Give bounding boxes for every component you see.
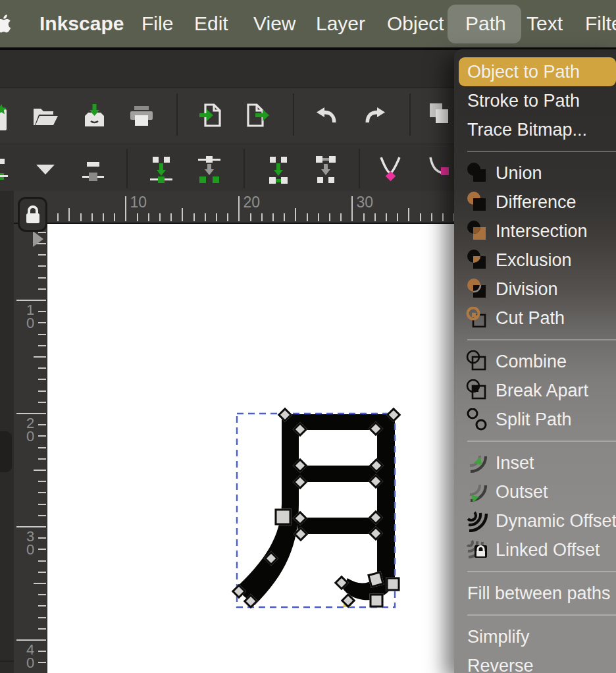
ruler-tick — [38, 572, 46, 573]
ruler-tick — [38, 617, 46, 618]
menu-item-cut-path[interactable]: Cut Path — [454, 304, 616, 333]
menu-item-fill-between-paths[interactable]: Fill between paths — [454, 579, 616, 608]
menu-item-intersection[interactable]: Intersection — [454, 217, 616, 246]
menu-item-simplify[interactable]: Simplify — [454, 622, 616, 651]
menubar-item-filters[interactable]: Filters — [585, 0, 616, 47]
ruler-tick — [38, 560, 46, 562]
menu-item-label: Fill between paths — [467, 583, 611, 604]
toolbar-separator — [176, 94, 178, 136]
menu-separator — [454, 333, 616, 347]
snap-nodes-apart-icon[interactable] — [314, 155, 338, 184]
menu-item-combine[interactable]: Combine — [454, 347, 616, 376]
export-icon[interactable] — [246, 103, 270, 127]
ruler-tick — [38, 334, 46, 335]
snap-partial-icon[interactable] — [0, 157, 8, 181]
ruler-tick — [182, 208, 183, 221]
path-node-square[interactable] — [386, 578, 400, 591]
ruler-tick — [38, 379, 46, 380]
undo-icon[interactable] — [317, 107, 336, 124]
menu-item-label: Object to Path — [467, 62, 580, 82]
snap-nodes-together-icon[interactable] — [267, 155, 290, 184]
glyph-inner-bar-1[interactable] — [297, 466, 378, 482]
ruler-label: 0 — [22, 543, 38, 556]
ruler-label: 0 — [22, 656, 38, 670]
menubar-item-path[interactable]: Path — [465, 0, 506, 47]
menu-item-reverse[interactable]: Reverse — [454, 651, 616, 673]
exclusion-icon — [466, 249, 488, 271]
menu-item-linked-offset[interactable]: Linked Offset — [454, 535, 616, 564]
ruler-tick — [38, 390, 46, 392]
menu-separator — [454, 608, 616, 622]
menubar-item-text[interactable]: Text — [526, 0, 563, 47]
menu-item-division[interactable]: Division — [454, 275, 616, 304]
menu-item-outset[interactable]: Outset — [454, 477, 616, 506]
menubar-item-object[interactable]: Object — [387, 0, 444, 47]
outset-icon — [466, 481, 488, 503]
menu-item-inset[interactable]: Inset — [454, 448, 616, 477]
node-curve-square-icon[interactable] — [428, 156, 451, 184]
menu-item-difference[interactable]: Difference — [454, 188, 616, 217]
menu-item-label: Break Apart — [496, 381, 588, 401]
menubar-item-view[interactable]: View — [253, 0, 295, 47]
menu-item-label: Reverse — [467, 656, 534, 673]
ruler-tick — [38, 662, 46, 663]
ruler-tick — [38, 504, 46, 505]
path-node-square[interactable] — [275, 509, 292, 525]
menu-item-union[interactable]: Union — [454, 159, 616, 188]
ruler-tick — [38, 265, 46, 267]
open-folder-icon[interactable] — [34, 107, 58, 126]
menu-item-stroke-to-path[interactable]: Stroke to Path — [454, 86, 616, 115]
menubar-item-edit[interactable]: Edit — [194, 0, 228, 47]
menu-item-label: Linked Offset — [496, 540, 600, 560]
save-icon[interactable] — [84, 104, 105, 127]
ruler-tick — [38, 481, 46, 482]
align-center-bar-icon[interactable] — [82, 162, 105, 183]
ruler-tick — [38, 549, 46, 550]
menubar-item-layer[interactable]: Layer — [316, 0, 365, 47]
ruler-label: 0 — [22, 316, 38, 330]
snap-node-to-line-icon[interactable] — [197, 155, 221, 184]
print-icon[interactable] — [129, 106, 154, 126]
menu-item-dynamic-offset[interactable]: Dynamic Offset — [454, 506, 616, 535]
duplicate-icon[interactable] — [430, 103, 449, 124]
ruler-tick — [68, 208, 70, 221]
dropdown-triangle-icon[interactable] — [36, 165, 55, 175]
ruler-tick — [420, 213, 421, 221]
menu-item-object-to-path[interactable]: Object to Path — [459, 57, 616, 86]
ruler-position-arrow — [33, 231, 45, 248]
ruler-tick — [284, 213, 285, 221]
import-icon[interactable] — [199, 103, 222, 127]
toolbar-separator — [409, 94, 411, 136]
snap-to-node-icon[interactable] — [149, 155, 173, 184]
path-node-square[interactable] — [370, 594, 384, 608]
redo-icon[interactable] — [365, 107, 385, 124]
ruler-tick — [272, 213, 274, 221]
ruler-tick — [38, 322, 46, 323]
menu-item-break-apart[interactable]: Break Apart — [454, 376, 616, 405]
ruler-tick — [238, 196, 240, 221]
union-icon — [466, 162, 488, 184]
ruler-lock-button[interactable] — [18, 197, 47, 232]
glyph-inner-bar-2[interactable] — [297, 518, 378, 534]
menubar-app-name[interactable]: Inkscape — [39, 0, 124, 47]
panel-grabber-tab[interactable] — [0, 431, 12, 472]
menu-item-label: Combine — [496, 352, 567, 372]
ruler-tick — [16, 413, 46, 414]
apple-icon[interactable] — [0, 14, 11, 34]
ruler-tick — [261, 213, 263, 221]
ruler-tick — [38, 277, 46, 279]
menu-item-label: Inset — [496, 453, 534, 473]
menubar-item-file[interactable]: File — [141, 0, 173, 47]
vertical-ruler[interactable]: 10203040 — [14, 224, 47, 673]
menu-item-split-path[interactable]: Split Path — [454, 405, 616, 434]
glyph-right-stroke[interactable] — [377, 414, 395, 583]
menu-item-exclusion[interactable]: Exclusion — [454, 246, 616, 275]
node-curve-diamond-icon[interactable] — [379, 156, 403, 184]
ruler-tick — [148, 213, 149, 221]
ruler-tick — [38, 628, 46, 630]
ruler-tick — [442, 213, 444, 221]
menu-item-trace-bitmap[interactable]: Trace Bitmap... — [454, 115, 616, 144]
ruler-tick — [227, 213, 228, 221]
new-document-icon[interactable] — [0, 104, 9, 130]
ruler-tick — [103, 213, 104, 221]
